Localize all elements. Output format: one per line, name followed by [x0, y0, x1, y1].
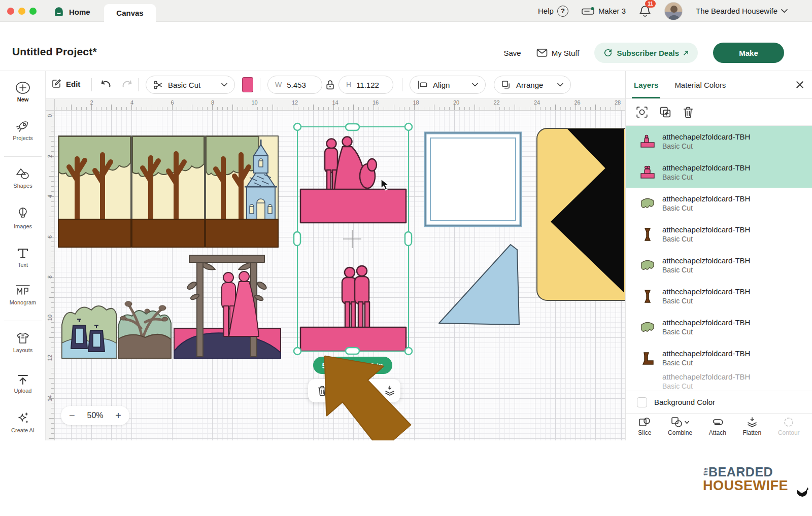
layer-operation: Basic Cut	[662, 173, 750, 181]
beard-icon	[795, 488, 808, 500]
zoom-level[interactable]: 50%	[87, 411, 103, 420]
tab-material-colors[interactable]: Material Colors	[674, 81, 726, 89]
tab-home[interactable]: Home	[53, 4, 90, 19]
sidebar-item-shapes[interactable]: Shapes	[0, 167, 46, 189]
sidebar-item-projects[interactable]: Projects	[0, 120, 46, 141]
ceremony-scene	[62, 255, 281, 358]
tshirt-icon	[15, 332, 30, 345]
help-button[interactable]: Help ?	[538, 6, 568, 17]
align-dropdown[interactable]: Align	[410, 76, 486, 94]
watermark-bearded: BEARDED	[708, 466, 773, 478]
tab-layers[interactable]: Layers	[634, 71, 658, 98]
machine-icon	[582, 7, 595, 16]
lock-aspect-icon[interactable]	[326, 80, 334, 90]
design-canvas[interactable]: 0246810121416182022242628 02468101214 5.…	[46, 99, 625, 440]
layer-thumbnail	[640, 289, 655, 304]
slice-button[interactable]: Slice	[638, 417, 651, 436]
sidebar-item-text[interactable]: Text	[0, 247, 46, 268]
layer-name: atthechapelzfoldcard-TBH	[662, 225, 750, 234]
edit-button[interactable]: Edit	[51, 78, 80, 89]
operation-select[interactable]: Basic Cut	[146, 76, 235, 94]
close-window-button[interactable]	[7, 8, 14, 15]
ruler-label: 22	[494, 99, 500, 106]
sidebar-item-upload[interactable]: Upload	[0, 372, 46, 394]
ruler-label: 10	[47, 314, 53, 322]
layer-operation: Basic Cut	[662, 235, 750, 243]
tool-sidebar: New Projects Shapes Images Text Monogram…	[0, 71, 46, 440]
sidebar-item-images[interactable]: Images	[0, 207, 46, 229]
mouse-cursor	[380, 179, 391, 192]
ruler-label: 0	[47, 112, 53, 120]
fill-color-swatch[interactable]	[242, 77, 253, 92]
layer-operation: Basic Cut	[662, 142, 750, 150]
arrange-icon	[501, 80, 511, 90]
delete-layer-icon[interactable]	[683, 106, 694, 118]
watermark-the: the	[703, 469, 709, 475]
ruler-label: 10	[252, 99, 258, 106]
notifications-button[interactable]: 11	[639, 5, 651, 18]
zoom-control: − 50% +	[61, 406, 129, 425]
sparkle-icon	[16, 411, 30, 425]
tab-canvas[interactable]: Canvas	[104, 4, 156, 22]
height-field[interactable]: H 11.122	[339, 76, 393, 94]
attach-button[interactable]: Attach	[709, 417, 726, 436]
flatten-icon	[746, 417, 758, 428]
envelope	[537, 128, 625, 300]
notification-badge: 11	[645, 0, 656, 8]
redo-button[interactable]	[121, 79, 133, 90]
sidebar-item-create-ai[interactable]: Create AI	[0, 411, 46, 433]
contour-button: Contour	[778, 417, 800, 436]
sidebar-item-monogram[interactable]: Monogram	[0, 284, 46, 305]
select-all-icon[interactable]	[636, 106, 648, 118]
sidebar-item-new[interactable]: New	[0, 81, 46, 102]
zoom-out-button[interactable]: −	[69, 410, 75, 422]
minimize-window-button[interactable]	[18, 8, 25, 15]
zoom-in-button[interactable]: +	[115, 410, 121, 422]
maximize-window-button[interactable]	[29, 8, 37, 15]
close-icon[interactable]	[796, 81, 804, 89]
layer-row[interactable]: atthechapelzfoldcard-TBH Basic Cut	[626, 219, 812, 250]
flatten-button[interactable]: Flatten	[743, 417, 762, 436]
make-button[interactable]: Make	[713, 43, 784, 63]
layer-row[interactable]: atthechapelzfoldcard-TBH Basic Cut	[626, 157, 812, 188]
layer-row[interactable]: atthechapelzfoldcard-TBH Basic Cut	[626, 250, 812, 281]
combine-button[interactable]: Combine	[668, 417, 692, 436]
layer-row[interactable]: atthechapelzfoldcard-TBH Basic Cut	[626, 188, 812, 219]
align-label: Align	[433, 81, 450, 89]
layer-name: atthechapelzfoldcard-TBH	[662, 132, 750, 141]
layer-row[interactable]: atthechapelzfoldcard-TBH Basic Cut	[626, 281, 812, 312]
selection-center-crosshair	[343, 230, 361, 248]
avatar[interactable]	[664, 2, 683, 20]
layer-row[interactable]: atthechapelzfoldcard-TBH Basic Cut	[626, 342, 812, 373]
ruler-label: 16	[373, 99, 379, 106]
machine-selector[interactable]: Maker 3	[582, 7, 626, 16]
layer-name: atthechapelzfoldcard-TBH	[662, 318, 750, 327]
layer-row[interactable]: atthechapelzfoldcard-TBH Basic Cut	[626, 126, 812, 157]
arrange-dropdown[interactable]: Arrange	[494, 76, 571, 94]
attach-icon	[711, 417, 724, 428]
save-button[interactable]: Save	[503, 49, 521, 57]
account-menu[interactable]: The Bearded Housewife	[696, 7, 788, 15]
width-field[interactable]: W 5.453	[267, 76, 322, 94]
layer-name: atthechapelzfoldcard-TBH	[662, 373, 750, 381]
duplicate-layer-icon[interactable]	[659, 106, 671, 118]
ruler-label: 20	[453, 99, 459, 106]
ruler-label: 2	[90, 99, 93, 106]
layer-thumbnail	[640, 134, 655, 149]
my-stuff-button[interactable]: My Stuff	[536, 48, 580, 57]
height-label: H	[346, 81, 351, 89]
layer-row[interactable]: atthechapelzfoldcard-TBH Basic Cut	[626, 373, 812, 389]
background-color-swatch[interactable]	[637, 397, 647, 407]
layer-thumbnail	[640, 351, 655, 366]
sidebar-item-layouts[interactable]: Layouts	[0, 332, 46, 353]
ruler-label: 4	[130, 99, 133, 106]
layer-thumbnail	[640, 165, 655, 180]
subscriber-deals-button[interactable]: Subscriber Deals	[594, 43, 698, 63]
layer-row[interactable]: atthechapelzfoldcard-TBH Basic Cut	[626, 312, 812, 342]
background-color-row[interactable]: Background Color	[626, 391, 812, 413]
text-icon	[16, 247, 29, 260]
chevron-down-icon	[472, 83, 478, 87]
ruler-label: 8	[47, 273, 53, 281]
layer-thumbnail	[640, 373, 655, 389]
undo-button[interactable]	[99, 79, 112, 90]
